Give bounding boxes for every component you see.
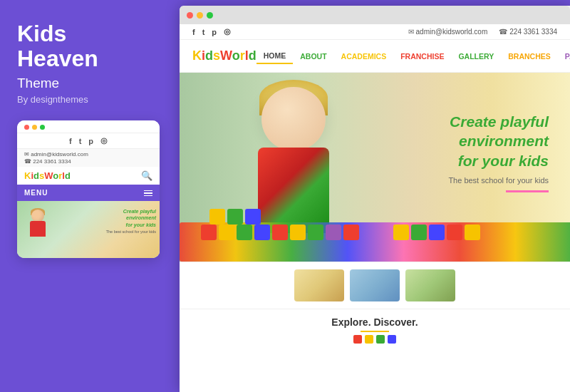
thumbnail-1[interactable] <box>294 269 344 301</box>
browser-dot-yellow <box>197 12 203 19</box>
mobile-hero-image: Create playfulenvironmentfor your kids T… <box>17 201 160 258</box>
nav-branches[interactable]: BRANCHES <box>501 49 558 63</box>
nav-about[interactable]: ABOUT <box>293 49 333 63</box>
social-instagram-icon[interactable]: ◎ <box>224 27 231 36</box>
phone-text: 224 3361 3334 <box>509 28 557 36</box>
hero-sub-text: The best school for your kids <box>448 176 549 185</box>
deco-block-blue <box>388 335 396 344</box>
mobile-logo-bar: KidsWorld 🔍 <box>17 167 160 185</box>
thumbnails-row <box>180 262 570 309</box>
block-red-1 <box>201 225 217 240</box>
email-text: admin@kidsworld.com <box>416 28 488 36</box>
thumbnail-3[interactable] <box>405 269 455 301</box>
mobile-email: ✉ admin@kidsworld.com <box>24 151 152 158</box>
mobile-logo: KidsWorld <box>24 170 71 181</box>
decorative-blocks <box>192 335 557 344</box>
top-social-bar: f t p ◎ <box>192 27 231 36</box>
nav-academics[interactable]: ACADEMICS <box>334 49 394 63</box>
browser-dot-red <box>187 12 193 19</box>
explore-section: Explore. Discover. <box>180 309 570 348</box>
nav-gallery[interactable]: GALLERY <box>451 49 501 63</box>
nav-links: HOME ABOUT ACADEMICS FRANCHISE GALLERY B… <box>256 48 570 64</box>
mobile-social-twitter[interactable]: t <box>79 137 82 145</box>
hamburger-icon[interactable] <box>144 190 152 197</box>
block-red-2 <box>272 225 288 240</box>
block-green-2 <box>308 225 323 240</box>
mobile-menu-label: MENU <box>24 189 48 197</box>
left-panel: Kids Heaven Theme By designthemes f t p … <box>0 0 177 392</box>
mobile-dot-green <box>40 125 45 130</box>
social-twitter-icon[interactable]: t <box>202 28 205 36</box>
contact-phone: ☎ 224 3361 3334 <box>499 28 557 36</box>
block-blue-3 <box>429 225 445 240</box>
mobile-hero: Create playfulenvironmentfor your kids T… <box>17 201 160 258</box>
mobile-dot-yellow <box>32 125 37 130</box>
thumbnail-2[interactable] <box>350 269 400 301</box>
block-red-3 <box>343 225 359 240</box>
block-red-4 <box>447 225 462 240</box>
block-yellow-4 <box>393 225 409 240</box>
block-blue-1 <box>254 225 270 240</box>
hero-main-text: Create playfulenvironmentfor your kids <box>448 112 549 170</box>
block-blue-2 <box>245 209 261 225</box>
mobile-search-icon[interactable]: 🔍 <box>141 170 152 181</box>
deco-block-green <box>376 335 385 344</box>
mobile-phone: ☎ 224 3361 3334 <box>24 158 152 165</box>
block-green-3 <box>227 209 243 225</box>
blocks-area <box>180 205 570 262</box>
theme-by: By designthemes <box>17 94 160 105</box>
explore-underline <box>361 331 389 332</box>
browser-titlebar <box>180 6 570 24</box>
mobile-dot-red <box>24 125 29 130</box>
mobile-hero-text: Create playfulenvironmentfor your kids T… <box>106 208 156 233</box>
mobile-social-instagram[interactable]: ◎ <box>100 136 108 145</box>
block-green-1 <box>237 225 252 240</box>
phone-icon: ☎ <box>499 28 507 36</box>
right-panel: f t p ◎ ✉ admin@kidsworld.com ☎ 224 3361… <box>180 6 570 392</box>
browser-content: f t p ◎ ✉ admin@kidsworld.com ☎ 224 3361… <box>180 24 570 392</box>
mobile-kid-body <box>30 221 46 237</box>
mobile-kid-figure <box>23 208 55 258</box>
hero-decorative-line <box>506 190 549 192</box>
deco-block-red <box>353 335 362 344</box>
deco-block-yellow <box>365 335 373 344</box>
mobile-hero-text-main: Create playfulenvironmentfor your kids <box>106 208 156 227</box>
mobile-mockup: f t p ◎ ✉ admin@kidsworld.com ☎ 224 3361… <box>17 120 160 258</box>
mobile-social-bar: f t p ◎ <box>17 133 160 149</box>
block-yellow-1 <box>219 225 234 240</box>
hero-background: Create playfulenvironmentfor your kids T… <box>180 73 570 262</box>
mobile-menu-bar[interactable]: MENU <box>17 185 160 201</box>
mobile-contact-bar: ✉ admin@kidsworld.com ☎ 224 3361 3334 <box>17 149 160 167</box>
social-facebook-icon[interactable]: f <box>192 28 195 36</box>
mobile-social-pinterest[interactable]: p <box>88 137 93 145</box>
social-pinterest-icon[interactable]: p <box>212 28 217 36</box>
contact-email: ✉ admin@kidsworld.com <box>408 28 488 36</box>
explore-title: Explore. Discover. <box>192 316 557 328</box>
hero-text-overlay: Create playfulenvironmentfor your kids T… <box>448 112 549 192</box>
site-logo[interactable]: KidsWorld <box>192 48 256 63</box>
mobile-hero-text-sub: The best school for your kids <box>106 229 156 234</box>
envelope-icon: ✉ <box>408 28 414 36</box>
site-top-bar: f t p ◎ ✉ admin@kidsworld.com ☎ 224 3361… <box>180 24 570 40</box>
block-yellow-5 <box>465 225 480 240</box>
mobile-social-facebook[interactable]: f <box>69 137 72 145</box>
block-purple-1 <box>326 225 341 240</box>
hero-child-head <box>261 87 326 151</box>
top-contact-info: ✉ admin@kidsworld.com ☎ 224 3361 3334 <box>408 28 557 36</box>
nav-parents[interactable]: PARENTS <box>558 49 570 63</box>
theme-title: Kids Heaven <box>17 21 160 71</box>
site-nav: KidsWorld HOME ABOUT ACADEMICS FRANCHISE… <box>180 40 570 73</box>
block-green-4 <box>411 225 427 240</box>
theme-subtitle: Theme <box>17 76 160 91</box>
nav-franchise[interactable]: FRANCHISE <box>393 49 451 63</box>
hero-section: Create playfulenvironmentfor your kids T… <box>180 73 570 262</box>
block-yellow-3 <box>209 209 225 225</box>
mobile-top-bar <box>17 120 160 133</box>
browser-dot-green <box>207 12 213 19</box>
nav-home[interactable]: HOME <box>256 48 294 64</box>
block-yellow-2 <box>290 225 306 240</box>
